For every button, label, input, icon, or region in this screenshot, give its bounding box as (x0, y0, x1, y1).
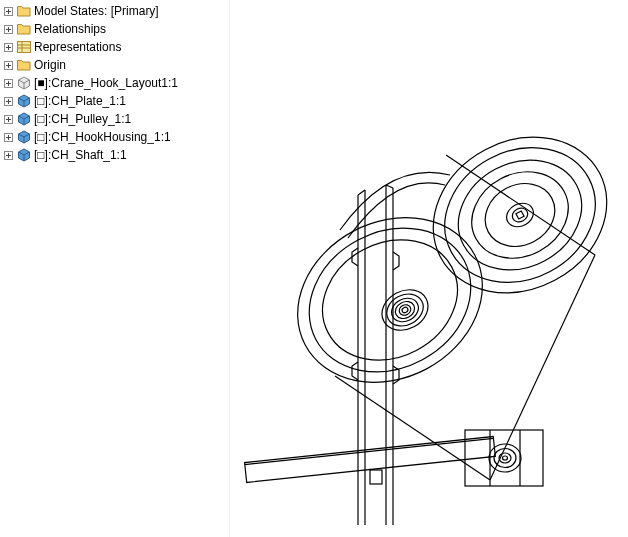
viewport[interactable] (230, 0, 628, 537)
expand-icon[interactable] (2, 95, 14, 107)
svg-point-33 (439, 139, 601, 291)
folder-icon (16, 3, 32, 19)
svg-point-32 (421, 122, 619, 308)
svg-point-42 (375, 282, 435, 338)
tree-item-label: [□]:CH_Plate_1:1 (34, 92, 126, 110)
expand-icon[interactable] (2, 59, 14, 71)
tree-item-label: Representations (34, 38, 121, 56)
tree-item-label: Model States: [Primary] (34, 2, 159, 20)
expand-icon[interactable] (2, 113, 14, 125)
folder-icon (16, 57, 32, 73)
part-icon (16, 93, 32, 109)
part-icon (16, 147, 32, 163)
expand-icon[interactable] (2, 5, 14, 17)
svg-point-47 (401, 306, 409, 313)
expand-icon[interactable] (2, 149, 14, 161)
part-icon (16, 129, 32, 145)
svg-line-56 (386, 185, 393, 188)
svg-rect-9 (18, 42, 31, 53)
svg-line-55 (358, 190, 365, 195)
reps-icon (16, 39, 32, 55)
expand-icon[interactable] (2, 77, 14, 89)
svg-line-48 (446, 155, 595, 255)
tree-item-label: [□]:CH_HookHousing_1:1 (34, 128, 171, 146)
expand-icon[interactable] (2, 23, 14, 35)
tree-item-label: [□]:CH_Shaft_1:1 (34, 146, 127, 164)
layout-icon (16, 75, 32, 91)
tree-item-label: [□]:CH_Pulley_1:1 (34, 110, 131, 128)
wireframe-drawing (190, 0, 628, 537)
part-icon (16, 111, 32, 127)
tree-item-label: Origin (34, 56, 66, 74)
expand-icon[interactable] (2, 41, 14, 53)
svg-point-66 (503, 456, 508, 460)
svg-point-64 (494, 449, 516, 468)
svg-point-39 (269, 186, 512, 414)
expand-icon[interactable] (2, 131, 14, 143)
svg-rect-38 (516, 211, 524, 219)
tree-item-label: [■]:Crane_Hook_Layout1:1 (34, 74, 178, 92)
folder-icon (16, 21, 32, 37)
svg-point-40 (284, 201, 496, 400)
svg-rect-57 (370, 470, 382, 484)
svg-point-36 (502, 199, 537, 232)
svg-point-46 (397, 303, 412, 317)
svg-point-43 (381, 288, 429, 332)
tree-item-label: Relationships (34, 20, 106, 38)
svg-point-45 (392, 298, 417, 322)
svg-point-37 (510, 206, 530, 225)
svg-point-35 (474, 172, 566, 259)
svg-point-41 (301, 217, 478, 383)
